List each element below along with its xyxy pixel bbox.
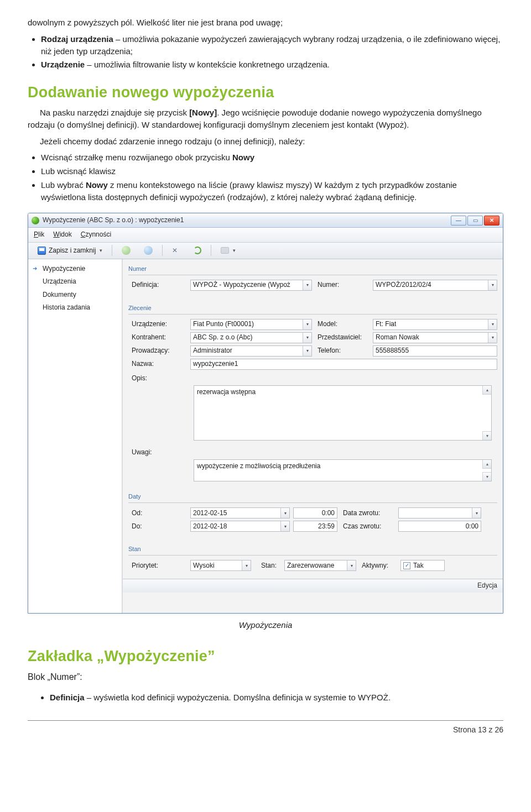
dropdown-icon[interactable] [303, 346, 311, 356]
label-telefon: Telefon: [312, 346, 373, 355]
label-przedstawiciel: Przedstawiciel: [312, 333, 373, 342]
field-do-date[interactable]: 2012-02-18 [190, 521, 290, 532]
label-czas-zwrotu: Czas zwrotu: [337, 522, 398, 531]
toolbar-separator [211, 245, 211, 256]
dropdown-icon[interactable] [488, 280, 497, 290]
field-data-zwrotu[interactable] [398, 507, 481, 518]
add-bullets: Wcisnąć strzałkę menu rozwijanego obok p… [28, 151, 503, 203]
bullet-context: Lub wybrać Nowy z menu kontekstowego na … [41, 179, 503, 203]
field-aktywny[interactable]: ✓ Tak [400, 560, 445, 571]
window-title: Wypożyczenie (ABC Sp. z o.o) : wypożycze… [43, 216, 184, 225]
figure-caption: Wypożyczenia [28, 619, 503, 631]
field-model[interactable]: Ft: Fiat [373, 319, 497, 330]
dropdown-icon[interactable] [280, 521, 289, 531]
field-numer[interactable]: WYPOŻ/2012/02/4 [373, 280, 497, 291]
field-nazwa[interactable]: wypożyczenie1 [190, 359, 497, 370]
bullet-arrow: Wcisnąć strzałkę menu rozwijanego obok p… [41, 151, 503, 164]
toolbar-separator [162, 245, 163, 256]
field-priorytet[interactable]: Wysoki [190, 560, 251, 571]
dropdown-icon[interactable] [242, 560, 251, 570]
dropdown-icon[interactable] [488, 333, 497, 343]
sidebar-item-devices[interactable]: Urządzenia [28, 275, 122, 288]
label-numer: Numer: [312, 280, 373, 290]
menu-file[interactable]: Plik [34, 230, 44, 239]
refresh-button[interactable] [189, 245, 206, 256]
dropdown-icon[interactable] [347, 560, 356, 570]
chevron-down-icon[interactable]: ▾ [100, 247, 102, 254]
field-urzadzenie[interactable]: Fiat Punto (Ft00001) [190, 319, 312, 330]
group-daty: Daty Od: 2012-02-15 0:00 Data zwrotu: Do… [128, 490, 497, 539]
heading-tab: Zakładka „Wypożyczenie” [28, 646, 503, 667]
intro-bullets: Rodzaj urządzenia – umożliwia pokazanie … [28, 33, 503, 71]
para-add-1: Na pasku narzędzi znajduje się przycisk … [28, 107, 503, 131]
field-telefon[interactable]: 555888555 [373, 345, 497, 357]
label-data-zwrotu: Data zwrotu: [337, 509, 398, 518]
maximize-button[interactable]: ▭ [467, 216, 483, 226]
field-stan[interactable]: Zarezerwowane [284, 560, 356, 571]
field-od-date[interactable]: 2012-02-15 [190, 507, 290, 518]
field-uwagi[interactable]: wypożyczenie z możliwością przedłużenia … [194, 459, 492, 481]
label-model: Model: [312, 319, 373, 329]
bullet-urz-bold: Urządzenie [41, 60, 85, 69]
forward-icon [144, 246, 153, 255]
menu-actions[interactable]: Czynności [81, 230, 111, 239]
field-definicja[interactable]: WYPOŻ - Wypożyczenie (Wypoż [190, 280, 312, 291]
para-add-2: Jeżeli chcemy dodać zdarzenie innego rod… [28, 135, 503, 148]
field-do-time[interactable]: 23:59 [293, 521, 337, 532]
chevron-down-icon[interactable]: ▾ [233, 247, 236, 254]
toolbar-separator [112, 245, 112, 256]
back-button[interactable] [117, 244, 136, 256]
print-icon [221, 247, 229, 254]
intro-line: dowolnym z powyższych pól. Wielkość lite… [28, 17, 503, 29]
app-icon [32, 217, 39, 224]
field-opis[interactable]: rezerwacja wstępna ▴ ▾ [194, 385, 492, 441]
statusbar: Edycja [123, 579, 503, 592]
label-prowadzacy: Prowadzący: [128, 346, 190, 355]
dropdown-icon[interactable] [488, 319, 497, 329]
label-aktywny: Aktywny: [356, 561, 400, 570]
sidebar-item-documents[interactable]: Dokumenty [28, 289, 122, 301]
checkbox-icon[interactable]: ✓ [403, 562, 410, 569]
rental-window: Wypożyczenie (ABC Sp. z o.o) : wypożycze… [28, 213, 503, 613]
form-area: Numer Definicja: WYPOŻ - Wypożyczenie (W… [122, 259, 503, 613]
tools-icon [172, 247, 180, 255]
field-przedstawiciel[interactable]: Roman Nowak [373, 332, 497, 343]
field-kontrahent[interactable]: ABC Sp. z o.o (Abc) [190, 332, 312, 343]
group-zlecenie: Zlecenie Urządzenie: Fiat Punto (Ft00001… [128, 302, 497, 488]
dropdown-icon[interactable] [303, 319, 311, 329]
scroll-down-icon[interactable]: ▾ [482, 431, 491, 440]
dropdown-icon[interactable] [303, 280, 311, 290]
save-close-button[interactable]: Zapisz i zamknij ▾ [33, 244, 107, 257]
window-controls: — ▭ ✕ [451, 216, 499, 226]
sidebar-item-rental[interactable]: Wypożyczenie [28, 263, 122, 275]
label-do: Do: [128, 522, 190, 531]
scroll-up-icon[interactable]: ▴ [482, 460, 491, 469]
field-prowadzacy[interactable]: Administrator [190, 345, 312, 357]
field-czas-zwrotu[interactable]: 0:00 [398, 521, 481, 532]
scroll-up-icon[interactable]: ▴ [482, 386, 491, 395]
label-priorytet: Priorytet: [128, 561, 190, 570]
field-od-time[interactable]: 0:00 [293, 507, 337, 518]
status-text: Edycja [477, 582, 497, 589]
bullet-urzadzenie: Urządzenie – umożliwia filtrowanie listy… [41, 59, 503, 71]
label-definicja: Definicja: [128, 280, 190, 290]
print-button[interactable]: ▾ [216, 245, 241, 256]
minimize-button[interactable]: — [451, 216, 466, 226]
sidebar-item-history[interactable]: Historia zadania [28, 301, 122, 314]
tools-button[interactable] [167, 245, 185, 256]
menu-view[interactable]: Widok [53, 230, 71, 239]
save-icon [38, 247, 46, 255]
page-footer: Strona 13 z 26 [28, 720, 503, 735]
dropdown-icon[interactable] [303, 333, 311, 343]
subheading-blok: Blok „Numer”: [28, 670, 503, 683]
close-button[interactable]: ✕ [484, 216, 499, 226]
label-urzadzenie: Urządzenie: [128, 319, 190, 329]
forward-button[interactable] [139, 244, 158, 256]
dropdown-icon[interactable] [472, 508, 481, 518]
refresh-icon [194, 247, 201, 254]
label-nazwa: Nazwa: [128, 359, 190, 369]
dropdown-icon[interactable] [280, 508, 289, 518]
bullet-rodzaj-bold: Rodzaj urządzenia [41, 34, 113, 44]
bullet-definicja: Definicja – wyświetla kod definicji wypo… [50, 691, 503, 704]
scroll-down-icon[interactable]: ▾ [482, 472, 491, 481]
